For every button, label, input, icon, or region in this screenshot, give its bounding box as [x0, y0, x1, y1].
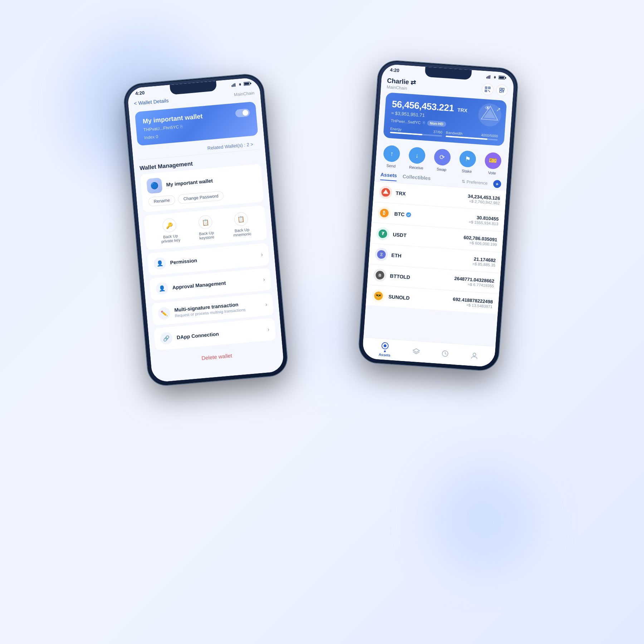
nav-profile[interactable] [470, 351, 478, 360]
bttold-values: 2648771.04328662 ≈$ 6.77419355 [454, 275, 494, 288]
trx-values: 34,234,453.126 ≈$ 2,760,842.982 [467, 193, 500, 205]
svg-rect-21 [486, 91, 486, 91]
swap-icon: ⟳ [434, 148, 451, 166]
svg-rect-3 [235, 83, 236, 87]
svg-text:B: B [379, 273, 382, 278]
receive-action[interactable]: ↓ Receive [408, 147, 426, 170]
svg-rect-7 [250, 83, 251, 84]
energy-bar: Energy 37/60 [390, 127, 443, 137]
trx-name: TRX [396, 190, 468, 201]
energy-label: Energy [390, 127, 401, 131]
approval-chevron: › [263, 276, 265, 283]
left-status-time: 4:20 [135, 90, 145, 96]
nav-history[interactable] [441, 350, 449, 358]
preference-label: Preference [467, 179, 488, 186]
nav-layers[interactable] [412, 347, 420, 356]
nav-chain-label: MainChain [234, 91, 254, 97]
multisig-chevron: › [265, 301, 268, 308]
stake-action[interactable]: ⚑ Stake [458, 150, 476, 174]
hide-balance-icon[interactable]: 👁 [485, 105, 491, 112]
wallet-card: My important wallet THPvaU...Fhn5YC ⎘ In… [135, 102, 258, 146]
svg-rect-14 [499, 76, 504, 79]
btc-icon: ₿ [377, 206, 391, 220]
left-status-icons [231, 81, 252, 87]
rename-button[interactable]: Rename [148, 195, 175, 206]
assets-nav-label: Assets [379, 352, 391, 357]
history-nav-icon [441, 350, 449, 358]
collectibles-tab[interactable]: Collectibles [402, 174, 431, 183]
usdt-icon: ₮ [376, 227, 390, 240]
change-password-button[interactable]: Change Password [178, 191, 224, 204]
svg-rect-11 [489, 75, 491, 79]
svg-point-49 [473, 353, 476, 356]
svg-marker-47 [413, 348, 420, 352]
sunold-name: SUNOLD [388, 294, 453, 304]
approval-title: Approval Management [172, 277, 259, 291]
back-button[interactable]: < Wallet Details [134, 98, 169, 106]
btc-name: BTC [394, 211, 469, 222]
balance-currency: TRX [457, 107, 468, 113]
balance-address: THPwer...5wtfYC [391, 118, 421, 125]
balance-card: 56,456,453.221 TRX ≈ $3,951,951.71 THPwe… [383, 92, 507, 146]
eth-icon: Ξ [375, 248, 388, 261]
send-action[interactable]: ↑ Send [382, 145, 400, 169]
bttold-name: BTTOLD [390, 273, 454, 283]
backup-mnemonic[interactable]: 📋 Back Upmnemonic [231, 211, 252, 237]
backup-private-key-label: Back Upprivate key [161, 233, 181, 244]
backup-private-key[interactable]: 🔑 Back Upprivate key [160, 218, 181, 244]
svg-rect-23 [500, 88, 502, 90]
energy-value: 37/60 [433, 130, 443, 134]
bandwidth-value: 4000/5000 [481, 133, 498, 138]
vote-icon: 🎫 [484, 152, 502, 170]
svg-rect-2 [234, 83, 235, 87]
permission-chevron: › [261, 251, 263, 258]
usdt-name: USDT [392, 231, 464, 242]
assets-tab[interactable]: Assets [380, 171, 397, 181]
svg-rect-1 [233, 84, 234, 87]
send-icon: ↑ [383, 145, 401, 162]
preference-button[interactable]: ⇅ Preference [462, 179, 488, 186]
swap-label: Swap [436, 167, 447, 172]
backup-keystore[interactable]: 📋 Back Upkeystore [197, 215, 214, 240]
add-asset-button[interactable]: + [493, 180, 501, 188]
svg-rect-24 [502, 88, 504, 90]
copy-address-icon[interactable]: ⎘ [423, 121, 425, 125]
non-hd-badge: Non-HD [427, 120, 446, 127]
expand-icon[interactable]: ↗ [496, 106, 501, 113]
assets-nav-icon [381, 342, 389, 350]
wallet-avatar: 🔵 [146, 177, 163, 194]
stake-icon: ⚑ [459, 150, 476, 168]
preference-icon: ⇅ [462, 179, 465, 184]
wallet-mgmt-name: My important wallet [166, 174, 256, 187]
bandwidth-bar: Bandwidth 4000/5000 [445, 131, 498, 141]
svg-rect-15 [505, 77, 506, 79]
svg-rect-6 [244, 82, 249, 85]
bttold-icon: B [373, 268, 387, 282]
btc-values: 30.810455 ≈$ 1555,934.813 [469, 214, 499, 226]
svg-rect-0 [231, 85, 232, 87]
dapp-icon: 🔗 [160, 332, 173, 345]
qr-button[interactable] [496, 84, 508, 96]
dapp-title: DApp Connection [176, 327, 263, 340]
receive-icon: ↓ [408, 147, 426, 164]
send-label: Send [386, 164, 396, 169]
svg-rect-8 [486, 77, 487, 78]
backup-keystore-label: Back Upkeystore [199, 230, 215, 240]
bandwidth-label: Bandwidth [446, 131, 463, 136]
wallet-toggle[interactable] [235, 108, 250, 117]
scan-button[interactable] [482, 83, 494, 96]
svg-text:₿: ₿ [383, 210, 386, 215]
svg-line-22 [488, 90, 490, 92]
permission-icon: 👤 [153, 257, 166, 270]
dapp-chevron: › [267, 326, 270, 333]
backup-mnemonic-label: Back Upmnemonic [233, 227, 252, 237]
permission-title: Permission [170, 252, 257, 265]
svg-text:Ξ: Ξ [380, 252, 383, 257]
svg-rect-19 [486, 87, 487, 88]
vote-label: Vote [488, 170, 496, 175]
vote-action[interactable]: 🎫 Vote [484, 152, 502, 176]
nav-assets[interactable]: Assets [379, 341, 391, 357]
eth-values: 21.174682 ≈$ 85,885.35 [472, 256, 496, 267]
swap-action[interactable]: ⟳ Swap [433, 148, 451, 172]
assets-nav-dot [384, 350, 386, 352]
